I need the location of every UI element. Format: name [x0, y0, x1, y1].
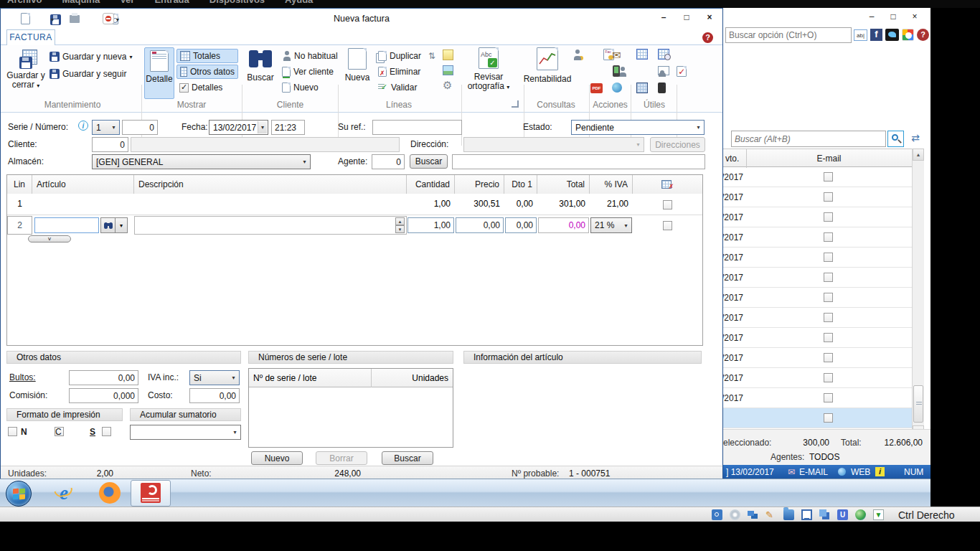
globe-sheet-icon[interactable]	[612, 83, 622, 93]
acumular-combo[interactable]: ▾	[130, 425, 241, 440]
email-status-icon[interactable]: ✉	[788, 467, 795, 477]
email-checkbox[interactable]	[824, 333, 833, 342]
scrollbar-thumb[interactable]	[913, 385, 923, 423]
email-list-row[interactable]: /2017	[723, 348, 912, 368]
row2-articulo-input[interactable]	[34, 217, 99, 233]
vbox-shared-folder-icon[interactable]	[783, 509, 794, 520]
pdf-icon[interactable]: PDF	[590, 83, 603, 93]
vm-menu-entrada[interactable]: Entrada	[154, 0, 189, 5]
email-checkbox[interactable]	[824, 273, 833, 282]
mobile-icon[interactable]	[613, 65, 620, 77]
otros-datos-button[interactable]: Otros datos	[176, 65, 238, 79]
row2-articulo-dropdown[interactable]: ▾	[116, 217, 128, 233]
email-list-row[interactable]: /2017	[723, 328, 912, 348]
active-app-taskbar-button[interactable]	[131, 480, 171, 507]
image-icon[interactable]	[443, 65, 453, 75]
row2-dto-input[interactable]	[505, 217, 537, 233]
guardar-cerrar-button[interactable]: Guardar y cerrar ▾	[5, 48, 47, 100]
bg-close-button[interactable]: ×	[906, 11, 923, 22]
row2-descripcion-cell[interactable]	[134, 216, 407, 235]
vm-menu-archivo[interactable]: Archivo	[7, 0, 42, 5]
column-email[interactable]: E-mail	[746, 154, 912, 164]
buscar-cliente-button[interactable]: Buscar	[245, 48, 276, 100]
col-lin[interactable]: Lin	[7, 175, 32, 194]
col-delete[interactable]: ✗	[633, 175, 702, 194]
vbox-net-adapter-icon[interactable]	[855, 509, 866, 520]
email-checkbox[interactable]	[824, 192, 833, 202]
mail-icon[interactable]: ✉	[612, 49, 621, 62]
grid-row-2-edit[interactable]: 2 ▾ ▲ ▼ 0,00 21 %▾	[7, 216, 702, 235]
row2-precio-input[interactable]	[456, 217, 504, 233]
vbox-hdd-icon[interactable]	[712, 509, 722, 520]
nueva-linea-button[interactable]: Nueva	[342, 48, 372, 100]
col-articulo[interactable]: Artículo	[32, 175, 134, 194]
guardar-nueva-button[interactable]: Guardar y nueva ▾	[47, 50, 135, 64]
agente-buscar-button[interactable]: Buscar	[410, 154, 448, 169]
series-buscar-button[interactable]: Buscar	[382, 451, 433, 465]
vbox-network-icon[interactable]	[748, 509, 758, 520]
email-checkbox[interactable]	[824, 373, 833, 382]
email-list-row[interactable]: /2017	[723, 308, 912, 328]
expand-row-button[interactable]: v	[28, 235, 71, 242]
email-list-row[interactable]: /2017	[723, 167, 912, 187]
email-list-row-selected[interactable]	[723, 408, 912, 428]
vbox-display-icon[interactable]	[801, 509, 812, 520]
email-checkbox[interactable]	[824, 353, 833, 362]
note-icon[interactable]	[443, 50, 453, 60]
ver-cliente-button[interactable]: Ver cliente	[279, 65, 336, 79]
contact-card-icon[interactable]	[658, 66, 669, 75]
email-list-row[interactable]: /2017	[723, 288, 912, 308]
bg-minimize-button[interactable]: –	[863, 11, 880, 22]
email-list-row[interactable]: /2017	[723, 248, 912, 268]
refresh-icon[interactable]: ⇄	[908, 132, 923, 145]
calendar-clock-icon[interactable]	[658, 49, 669, 60]
vm-menu-ver[interactable]: Ver	[120, 0, 134, 5]
email-list-row[interactable]: /2017	[723, 388, 912, 408]
status-web[interactable]: WEB	[851, 467, 870, 477]
formato-s-checkbox[interactable]	[102, 427, 111, 436]
vm-menu-maquina[interactable]: Máquina	[62, 0, 100, 5]
phone-music-icon[interactable]: ♪	[658, 83, 666, 93]
reorder-icon[interactable]: ⇅	[428, 51, 435, 61]
start-button[interactable]	[6, 481, 32, 507]
gear-icon[interactable]: ⚙	[443, 80, 452, 90]
totales-button[interactable]: Totales	[176, 49, 238, 63]
person-money-icon[interactable]	[573, 50, 583, 61]
email-checkbox[interactable]	[824, 212, 833, 222]
col-unidades[interactable]: Unidades	[371, 373, 448, 383]
email-checkbox[interactable]	[824, 172, 833, 182]
col-dto[interactable]: Dto 1	[504, 175, 537, 194]
google-icon[interactable]	[902, 29, 914, 41]
comision-input[interactable]	[69, 388, 138, 403]
email-checkbox[interactable]	[824, 293, 833, 302]
nuevo-cliente-button[interactable]: Nuevo	[279, 80, 321, 95]
maximize-button[interactable]: □	[678, 11, 695, 23]
col-cantidad[interactable]: Cantidad	[407, 175, 455, 194]
column-vto[interactable]: vto.	[725, 154, 739, 164]
validar-button[interactable]: ✓ Validar	[375, 80, 420, 95]
no-habitual-button[interactable]: No habitual	[279, 49, 341, 63]
email-list-row[interactable]: /2017	[723, 227, 912, 248]
vm-menu-dispositivos[interactable]: Dispositivos	[209, 0, 265, 5]
dialog-launcher-icon[interactable]	[512, 100, 519, 108]
minimize-button[interactable]: –	[655, 11, 672, 23]
almacen-combo[interactable]: [GEN] GENERAL▾	[92, 154, 311, 169]
row1-delete-checkbox[interactable]	[663, 200, 672, 209]
series-nuevo-button[interactable]: Nuevo	[251, 451, 303, 465]
close-button[interactable]: ×	[701, 11, 718, 23]
vbox-download-icon[interactable]: ▼	[873, 509, 884, 520]
col-total[interactable]: Total	[537, 175, 590, 194]
firefox-icon[interactable]	[99, 482, 121, 504]
rentabilidad-button[interactable]: Rentabilidad	[522, 47, 573, 100]
cliente-input[interactable]	[92, 137, 128, 152]
email-checkbox[interactable]	[824, 232, 833, 242]
twitter-icon[interactable]	[885, 29, 899, 41]
email-list-row[interactable]: /2017	[723, 268, 912, 288]
guardar-seguir-button[interactable]: Guardar y seguir	[47, 67, 129, 81]
scroll-up-icon[interactable]: ▲	[913, 149, 924, 161]
rename-icon[interactable]: ab|	[854, 29, 867, 41]
email-scrollbar[interactable]: ▲ ▼	[912, 149, 924, 438]
col-precio[interactable]: Precio	[455, 175, 504, 194]
col-descripcion[interactable]: Descripción	[134, 175, 407, 194]
vm-menu-ayuda[interactable]: Ayuda	[285, 0, 313, 5]
